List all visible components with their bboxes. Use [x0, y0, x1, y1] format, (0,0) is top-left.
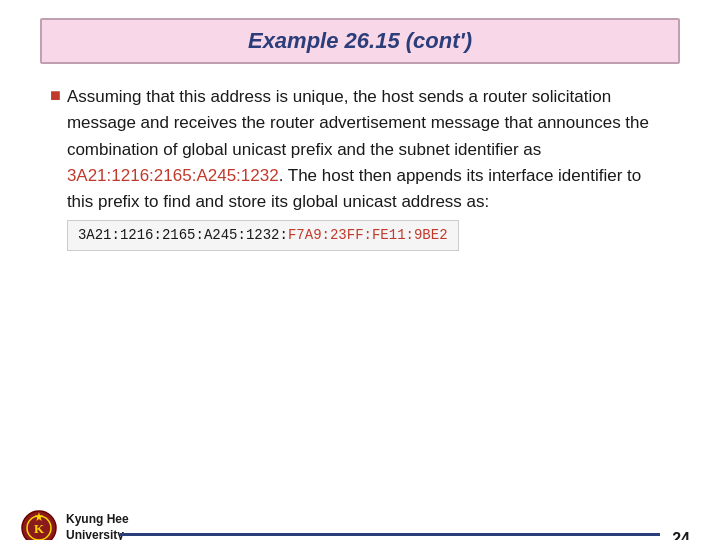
university-logo-icon: K	[20, 509, 58, 540]
bullet-item: ■ Assuming that this address is unique, …	[50, 84, 670, 251]
svg-text:K: K	[34, 521, 45, 536]
university-name-line1: Kyung Hee	[66, 512, 129, 528]
footer-logo: K Kyung Hee University	[20, 509, 129, 540]
bullet-text: Assuming that this address is unique, th…	[67, 84, 670, 251]
code-block: 3A21:1216:2165:A245:1232:F7A9:23FF:FE11:…	[67, 220, 459, 252]
page-number: 24	[672, 530, 690, 540]
slide: Example 26.15 (cont') ■ Assuming that th…	[0, 18, 720, 540]
ipv6-prefix-link: 3A21:1216:2165:A245:1232	[67, 166, 279, 185]
code-highlight: F7A9:23FF:FE11:9BE2	[288, 227, 448, 243]
text-prefix: Assuming that this address is unique, th…	[67, 87, 649, 159]
footer-divider-line	[120, 533, 660, 536]
slide-title: Example 26.15 (cont')	[248, 28, 472, 53]
footer: K Kyung Hee University 24	[0, 498, 720, 540]
content-area: ■ Assuming that this address is unique, …	[0, 84, 720, 251]
title-bar: Example 26.15 (cont')	[40, 18, 680, 64]
code-prefix: 3A21:1216:2165:A245:1232:	[78, 227, 288, 243]
bullet-diamond-icon: ■	[50, 85, 61, 106]
